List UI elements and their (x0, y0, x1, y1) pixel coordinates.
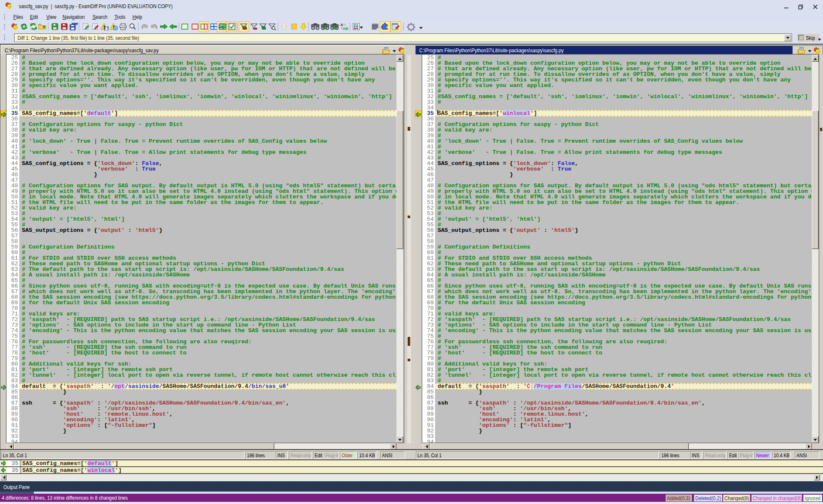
svg-text:AB: AB (343, 27, 348, 30)
